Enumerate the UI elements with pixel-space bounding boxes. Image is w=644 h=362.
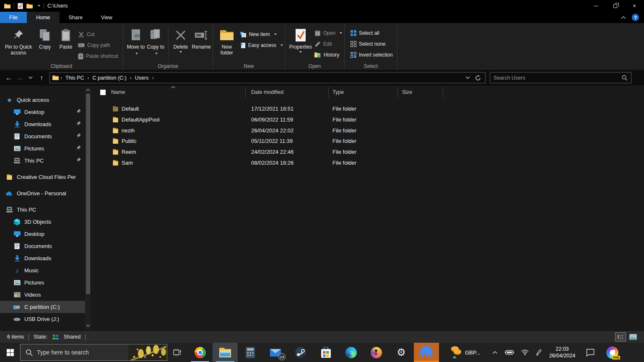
copilot-button[interactable]: PRE bbox=[600, 343, 624, 362]
tab-share[interactable]: Share bbox=[60, 12, 92, 23]
sidebar-item-pictures[interactable]: Pictures bbox=[0, 277, 85, 289]
taskbar-store-button[interactable] bbox=[313, 343, 338, 362]
sidebar-item-onedrive[interactable]: OneDrive - Personal bbox=[0, 187, 85, 199]
taskbar-chrome-button[interactable] bbox=[187, 343, 213, 362]
sidebar-item-music[interactable]: ♪ Music bbox=[0, 264, 85, 277]
properties-button[interactable]: Properties bbox=[288, 25, 313, 62]
column-header-type[interactable]: Type bbox=[329, 85, 398, 99]
column-header-name[interactable]: Name bbox=[91, 85, 246, 99]
refresh-icon[interactable] bbox=[475, 75, 481, 81]
details-view-button[interactable] bbox=[615, 333, 626, 341]
properties-qat-icon[interactable] bbox=[18, 3, 23, 9]
large-icons-view-button[interactable] bbox=[628, 333, 638, 341]
easy-access-button[interactable]: Easy access bbox=[238, 40, 285, 51]
sidebar-item-downloads[interactable]: Downloads bbox=[0, 252, 85, 264]
table-row[interactable]: DefaultAppPool 06/09/2022 11:59 File fol… bbox=[91, 114, 644, 125]
table-row[interactable]: nezih 26/04/2024 22:02 File folder bbox=[91, 125, 644, 136]
sidebar-item-3d-objects[interactable]: 3D Objects bbox=[0, 216, 85, 228]
sidebar-item-downloads-pinned[interactable]: Downloads bbox=[0, 118, 85, 130]
select-all-button[interactable]: Select all bbox=[349, 28, 395, 39]
column-header-size[interactable]: Size bbox=[398, 85, 443, 99]
select-none-button[interactable]: Select none bbox=[349, 39, 395, 49]
start-button[interactable] bbox=[0, 343, 20, 362]
taskbar-file-explorer-button[interactable] bbox=[213, 343, 238, 362]
action-center-button[interactable] bbox=[580, 343, 600, 362]
taskbar-privacy-browser-button[interactable] bbox=[364, 343, 389, 362]
taskbar-clock[interactable]: 22:03 26/04/2024 bbox=[544, 343, 581, 362]
search-box[interactable] bbox=[490, 72, 631, 83]
taskbar-search-box[interactable] bbox=[20, 344, 167, 361]
copy-path-button[interactable]: Copy path bbox=[76, 40, 120, 51]
copy-to-button[interactable]: Copy to bbox=[146, 25, 166, 62]
history-button[interactable]: History bbox=[313, 49, 344, 60]
restore-button[interactable] bbox=[605, 0, 625, 12]
table-row[interactable]: Default 17/12/2021 18:51 File folder bbox=[91, 103, 644, 114]
breadcrumb-c-partition[interactable]: C partition (C:) bbox=[91, 75, 128, 81]
taskbar-calculator-button[interactable] bbox=[238, 343, 263, 362]
sidebar-item-desktop[interactable]: Desktop bbox=[0, 228, 85, 240]
rename-button[interactable]: Rename bbox=[190, 25, 213, 62]
open-button[interactable]: Open bbox=[313, 28, 344, 39]
sidebar-item-pictures-pinned[interactable]: Pictures bbox=[0, 142, 85, 155]
tab-file[interactable]: File bbox=[0, 12, 27, 23]
task-view-button[interactable] bbox=[167, 343, 187, 362]
new-folder-qat-icon[interactable] bbox=[26, 3, 33, 9]
search-input[interactable] bbox=[493, 75, 622, 81]
sidebar-item-videos[interactable]: Videos bbox=[0, 289, 85, 301]
pin-to-quick-access-button[interactable]: Pin to Quick access bbox=[3, 25, 34, 62]
pen-icon[interactable] bbox=[536, 349, 542, 356]
taskbar-steam-button[interactable] bbox=[288, 343, 313, 362]
currency-widget[interactable]: GBP... bbox=[445, 343, 486, 362]
sidebar-item-this-pc-pinned[interactable]: This PC bbox=[0, 155, 85, 167]
tray-chevron-up-icon[interactable] bbox=[492, 351, 498, 354]
scroll-up-icon[interactable] bbox=[86, 88, 90, 93]
scroll-down-icon[interactable] bbox=[86, 324, 90, 328]
back-icon[interactable]: ← bbox=[3, 74, 14, 82]
paste-button[interactable]: Paste bbox=[55, 25, 76, 62]
breadcrumb-this-pc[interactable]: This PC bbox=[64, 75, 86, 81]
sidebar-item-quick-access[interactable]: ★ Quick access bbox=[0, 94, 85, 106]
recent-locations-chevron-icon[interactable] bbox=[25, 76, 36, 79]
tab-home[interactable]: Home bbox=[27, 12, 59, 23]
taskbar-edge-button[interactable] bbox=[338, 343, 364, 362]
table-row[interactable]: Sam 08/02/2024 18:26 File folder bbox=[91, 157, 644, 168]
battery-icon[interactable] bbox=[505, 350, 514, 355]
paste-shortcut-button[interactable]: Paste shortcut bbox=[76, 51, 120, 62]
address-bar[interactable]: › This PC › C partition (C:) › Users › bbox=[49, 72, 486, 83]
edit-button[interactable]: Edit bbox=[313, 39, 344, 49]
collapse-ribbon-icon[interactable] bbox=[621, 16, 626, 19]
tab-view[interactable]: View bbox=[92, 12, 122, 23]
invert-selection-button[interactable]: Invert selection bbox=[349, 49, 395, 60]
cut-button[interactable]: Cut bbox=[76, 29, 120, 40]
new-item-button[interactable]: New item bbox=[238, 29, 285, 40]
forward-icon[interactable]: → bbox=[14, 74, 25, 82]
table-row[interactable]: Public 05/11/2022 11:39 File folder bbox=[91, 136, 644, 147]
scrollbar-thumb[interactable] bbox=[86, 94, 90, 294]
breadcrumb-users[interactable]: Users bbox=[133, 75, 151, 81]
sidebar-item-usb-drive[interactable]: USB Drive (J:) bbox=[0, 313, 85, 325]
minimize-button[interactable] bbox=[586, 0, 605, 12]
sidebar-item-this-pc[interactable]: This PC bbox=[0, 204, 85, 216]
up-icon[interactable]: ↑ bbox=[36, 74, 47, 82]
sidebar-item-documents[interactable]: Documents bbox=[0, 240, 85, 252]
taskbar-mail-button[interactable]: 14 bbox=[263, 343, 288, 362]
close-button[interactable]: × bbox=[625, 0, 644, 12]
column-header-date-modified[interactable]: Date modified bbox=[246, 85, 329, 99]
table-row[interactable]: Reem 24/02/2024 22:46 File folder bbox=[91, 147, 644, 158]
wifi-icon[interactable] bbox=[521, 349, 529, 355]
delete-button[interactable]: Delete bbox=[171, 25, 190, 62]
taskbar-settings-button[interactable]: ⚙ bbox=[389, 343, 414, 362]
address-dropdown-chevron-icon[interactable] bbox=[465, 76, 470, 79]
sidebar-item-desktop-pinned[interactable]: Desktop bbox=[0, 106, 85, 118]
copy-button[interactable]: Copy bbox=[34, 25, 55, 62]
new-folder-button[interactable]: New folder bbox=[218, 25, 236, 62]
search-highlight-image[interactable] bbox=[128, 344, 167, 360]
qat-customize-caret-icon[interactable] bbox=[38, 5, 40, 7]
sidebar-item-c-partition[interactable]: C partition (C:) bbox=[0, 301, 85, 313]
help-icon[interactable]: ? bbox=[632, 14, 639, 21]
sidebar-scrollbar[interactable] bbox=[85, 87, 91, 329]
sidebar-item-creative-cloud[interactable]: Creative Cloud Files Per bbox=[0, 171, 85, 183]
move-to-button[interactable]: Move to bbox=[126, 25, 146, 62]
search-icon[interactable] bbox=[622, 75, 628, 81]
sidebar-item-documents-pinned[interactable]: Documents bbox=[0, 130, 85, 142]
